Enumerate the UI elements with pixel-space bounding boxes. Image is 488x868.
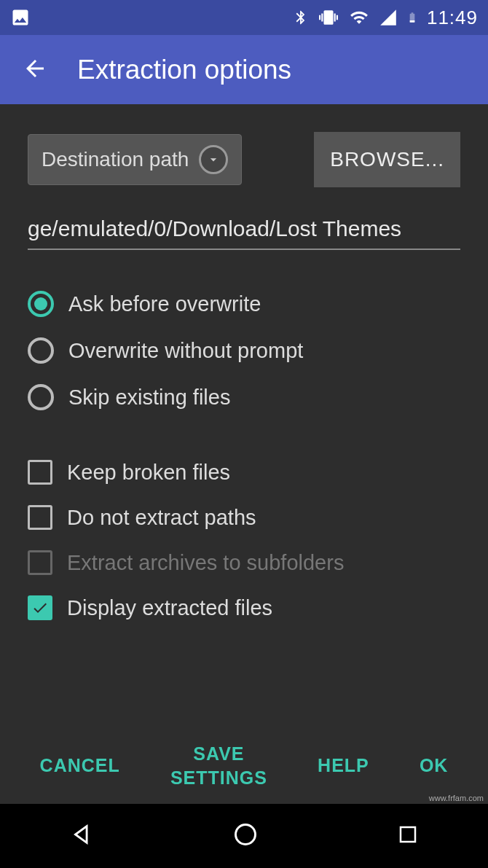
signal-icon bbox=[379, 8, 398, 27]
content: Destination path BROWSE... Ask before ov… bbox=[0, 104, 488, 630]
radio-ask-before-overwrite[interactable]: Ask before overwrite bbox=[28, 281, 460, 327]
checkbox-icon bbox=[28, 505, 52, 530]
svg-rect-1 bbox=[401, 827, 415, 842]
check-label: Keep broken files bbox=[67, 461, 230, 485]
bottom-actions: CANCEL SAVE SETTINGS HELP OK bbox=[0, 742, 488, 804]
check-label: Extract archives to subfolders bbox=[67, 551, 344, 575]
radio-label: Skip existing files bbox=[68, 386, 230, 410]
check-display-extracted[interactable]: Display extracted files bbox=[28, 585, 460, 630]
nav-back-icon[interactable] bbox=[69, 822, 94, 850]
destination-label: Destination path bbox=[42, 148, 189, 171]
radio-skip-existing[interactable]: Skip existing files bbox=[28, 374, 460, 421]
radio-icon bbox=[28, 384, 54, 410]
check-label: Display extracted files bbox=[67, 596, 272, 620]
back-icon[interactable] bbox=[22, 55, 48, 85]
checkbox-icon bbox=[28, 460, 52, 485]
destination-dropdown[interactable]: Destination path bbox=[28, 134, 242, 185]
wifi-icon bbox=[348, 8, 370, 27]
radio-label: Ask before overwrite bbox=[68, 292, 261, 316]
battery-icon bbox=[406, 7, 418, 28]
nav-recent-icon[interactable] bbox=[397, 824, 419, 848]
save-settings-button[interactable]: SAVE SETTINGS bbox=[170, 742, 267, 789]
dest-row: Destination path BROWSE... bbox=[28, 132, 460, 187]
checkbox-icon bbox=[28, 595, 52, 620]
chevron-down-icon bbox=[199, 145, 228, 174]
check-keep-broken[interactable]: Keep broken files bbox=[28, 450, 460, 495]
watermark: www.frfam.com bbox=[429, 794, 484, 802]
vibrate-icon bbox=[318, 8, 339, 27]
radio-overwrite-without-prompt[interactable]: Overwrite without prompt bbox=[28, 327, 460, 374]
radio-icon bbox=[28, 291, 54, 317]
clock: 11:49 bbox=[427, 7, 478, 29]
check-label: Do not extract paths bbox=[67, 506, 256, 530]
checkbox-icon bbox=[28, 550, 52, 575]
overwrite-radio-group: Ask before overwrite Overwrite without p… bbox=[28, 281, 460, 421]
path-input[interactable] bbox=[28, 212, 460, 250]
status-bar: 11:49 bbox=[0, 0, 488, 35]
checkbox-group: Keep broken files Do not extract paths E… bbox=[28, 450, 460, 630]
status-left bbox=[10, 7, 31, 28]
check-subfolders: Extract archives to subfolders bbox=[28, 540, 460, 585]
radio-label: Overwrite without prompt bbox=[68, 339, 303, 363]
nav-bar bbox=[0, 804, 488, 868]
svg-point-0 bbox=[236, 825, 256, 845]
picture-icon bbox=[10, 7, 31, 28]
ok-button[interactable]: OK bbox=[420, 754, 449, 778]
status-right: 11:49 bbox=[293, 7, 478, 29]
radio-icon bbox=[28, 337, 54, 364]
nav-home-icon[interactable] bbox=[232, 821, 259, 851]
app-bar: Extraction options bbox=[0, 35, 488, 104]
cancel-button[interactable]: CANCEL bbox=[40, 754, 120, 778]
browse-button[interactable]: BROWSE... bbox=[314, 132, 460, 187]
check-no-paths[interactable]: Do not extract paths bbox=[28, 495, 460, 540]
help-button[interactable]: HELP bbox=[318, 754, 369, 778]
bluetooth-icon bbox=[293, 8, 309, 27]
page-title: Extraction options bbox=[77, 55, 291, 85]
